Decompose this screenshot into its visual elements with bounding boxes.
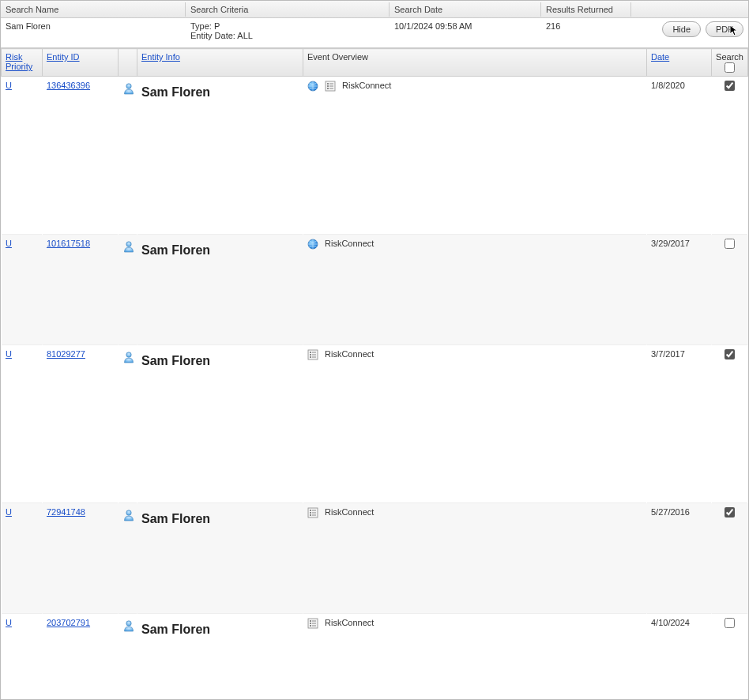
th-risk-priority[interactable]: Risk Priority: [2, 49, 43, 77]
svg-rect-8: [329, 88, 333, 89]
table-row: U 136436396 Sam Floren RiskConnect 1/8/2…: [2, 77, 748, 235]
summary-header: Search Name Search Criteria Search Date …: [1, 1, 748, 18]
results-table: Risk Priority Entity ID Entity Info Even…: [1, 48, 748, 669]
th-date[interactable]: Date: [647, 49, 712, 77]
svg-rect-16: [312, 355, 316, 356]
svg-rect-22: [312, 510, 316, 511]
select-all-checkbox[interactable]: [725, 62, 735, 73]
entity-id-link[interactable]: 81029277: [47, 349, 85, 359]
event-text: RiskConnect: [325, 507, 374, 517]
event-cell: RiskConnect: [307, 618, 642, 629]
header-search-name: Search Name: [1, 2, 186, 17]
event-cell: RiskConnect: [307, 239, 642, 250]
risk-priority-link[interactable]: U: [6, 239, 12, 248]
row-checkbox[interactable]: [725, 349, 735, 359]
table-row: U 81029277 Sam Floren RiskConnect 3/7/20…: [2, 345, 748, 503]
header-search-criteria: Search Criteria: [186, 2, 390, 17]
entity-name: Sam Floren: [141, 81, 210, 100]
results-header-row: Risk Priority Entity ID Entity Info Even…: [2, 49, 748, 77]
entity-name: Sam Floren: [141, 618, 210, 637]
entity-name: Sam Floren: [141, 349, 210, 368]
pdf-button[interactable]: PDF: [706, 21, 743, 37]
event-date: 1/8/2020: [651, 81, 685, 90]
pdf-button-label: PDF: [716, 24, 733, 34]
event-text: RiskConnect: [325, 349, 374, 359]
event-text: RiskConnect: [325, 618, 374, 627]
svg-point-11: [126, 352, 131, 357]
sort-date[interactable]: Date: [651, 52, 669, 62]
th-search-label: Search: [716, 52, 743, 62]
sort-entity-info[interactable]: Entity Info: [141, 52, 180, 62]
svg-rect-17: [310, 356, 311, 358]
svg-rect-7: [327, 88, 329, 89]
table-row: U 72941748 Sam Floren RiskConnect 5/27/2…: [2, 503, 748, 614]
risk-priority-link[interactable]: U: [6, 81, 12, 90]
person-icon: [122, 618, 135, 627]
sort-risk-priority[interactable]: Risk Priority: [6, 52, 32, 71]
row-checkbox[interactable]: [725, 81, 735, 91]
event-date: 3/29/2017: [651, 239, 690, 248]
risk-priority-link[interactable]: U: [6, 618, 12, 627]
globe-icon: [307, 239, 322, 250]
svg-rect-15: [310, 354, 311, 356]
row-checkbox[interactable]: [725, 239, 735, 249]
risk-priority-link[interactable]: U: [6, 507, 12, 517]
svg-rect-32: [312, 623, 316, 624]
event-date: 5/27/2016: [651, 507, 690, 517]
event-cell: RiskConnect: [307, 349, 642, 360]
svg-rect-14: [312, 352, 316, 353]
svg-rect-34: [312, 626, 316, 627]
hide-button[interactable]: Hide: [662, 21, 701, 37]
row-checkbox[interactable]: [725, 507, 735, 517]
th-icon: [119, 49, 137, 77]
svg-rect-18: [312, 357, 316, 358]
table-row: U 203702791 Sam Floren RiskConnect 4/10/…: [2, 614, 748, 669]
list-icon: [307, 618, 322, 629]
person-icon: [122, 239, 135, 248]
header-results-returned: Results Returned: [541, 2, 631, 17]
summary-actions: Hide PDF: [631, 18, 748, 40]
svg-rect-25: [310, 514, 311, 516]
svg-rect-29: [310, 620, 311, 622]
criteria-type: Type: P: [190, 21, 220, 31]
svg-rect-6: [329, 86, 333, 87]
svg-rect-33: [310, 625, 311, 627]
entity-name: Sam Floren: [141, 507, 210, 526]
svg-rect-23: [310, 512, 311, 514]
risk-priority-link[interactable]: U: [6, 349, 12, 359]
row-checkbox[interactable]: [725, 618, 735, 628]
list-icon: [307, 349, 322, 360]
th-search: Search: [712, 49, 748, 77]
event-text: RiskConnect: [342, 81, 391, 90]
person-icon: [122, 81, 135, 90]
event-date: 3/7/2017: [651, 349, 685, 359]
entity-id-link[interactable]: 72941748: [47, 507, 85, 517]
criteria-entity-date: Entity Date: ALL: [190, 31, 253, 40]
globe-icon: [307, 81, 322, 92]
svg-rect-4: [329, 84, 333, 85]
entity-id-link[interactable]: 136436396: [47, 81, 90, 90]
svg-rect-3: [327, 83, 329, 85]
person-icon: [122, 349, 135, 359]
svg-rect-31: [310, 623, 311, 624]
value-search-criteria: Type: P Entity Date: ALL: [186, 18, 390, 43]
value-search-date: 10/1/2024 09:58 AM: [390, 18, 541, 34]
results-scroll[interactable]: Risk Priority Entity ID Entity Info Even…: [1, 48, 748, 699]
entity-id-link[interactable]: 101617518: [47, 239, 90, 248]
th-entity-info[interactable]: Entity Info: [137, 49, 303, 77]
entity-id-link[interactable]: 203702791: [47, 618, 90, 627]
svg-point-19: [126, 510, 131, 515]
svg-point-27: [126, 621, 131, 626]
value-search-name: Sam Floren: [1, 18, 186, 34]
svg-rect-24: [312, 513, 316, 514]
event-date: 4/10/2024: [651, 618, 690, 627]
th-event-overview: Event Overview: [303, 49, 647, 77]
value-results-returned: 216: [541, 18, 631, 34]
sort-entity-id[interactable]: Entity ID: [47, 52, 80, 62]
list-icon: [307, 507, 322, 518]
th-entity-id[interactable]: Entity ID: [43, 49, 119, 77]
event-cell: RiskConnect: [307, 81, 642, 92]
svg-rect-21: [310, 510, 311, 511]
person-icon: [122, 507, 135, 517]
entity-name: Sam Floren: [141, 239, 210, 258]
